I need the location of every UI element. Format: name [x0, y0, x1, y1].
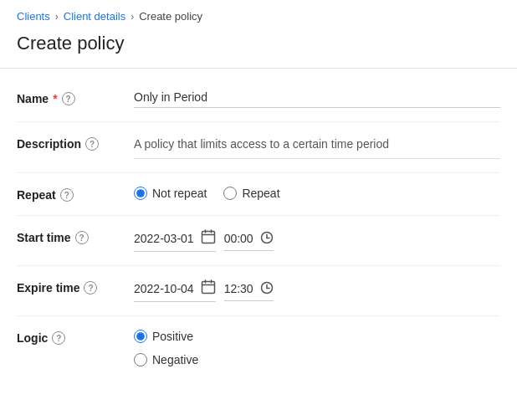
- description-field: A policy that limits access to a certain…: [134, 136, 500, 159]
- expire-calendar-icon[interactable]: [201, 279, 216, 298]
- svg-rect-0: [202, 232, 214, 243]
- name-help-icon[interactable]: ?: [62, 92, 75, 105]
- start-time-field: 2022-03-01 00:00: [134, 229, 500, 252]
- start-calendar-icon[interactable]: [201, 229, 216, 248]
- repeat-option-not-repeat[interactable]: Not repeat: [134, 187, 207, 200]
- name-row: Name * ? Only in Period: [17, 77, 500, 122]
- start-time-value: 00:00: [224, 232, 253, 245]
- repeat-field: Not repeat Repeat: [134, 187, 500, 200]
- description-label: Description ?: [17, 136, 134, 151]
- description-help-icon[interactable]: ?: [85, 137, 99, 151]
- breadcrumb-clients[interactable]: Clients: [17, 10, 50, 23]
- expire-clock-icon[interactable]: [260, 281, 274, 297]
- name-required-star: *: [53, 92, 57, 105]
- repeat-radio-group: Not repeat Repeat: [134, 187, 500, 200]
- expire-time-value: 12:30: [224, 282, 253, 295]
- logic-label-negative: Negative: [152, 353, 198, 366]
- expire-date-input-wrapper: 2022-10-04: [134, 279, 216, 302]
- logic-option-positive[interactable]: Positive: [134, 330, 500, 343]
- logic-label: Logic ?: [17, 330, 134, 345]
- name-input-wrapper: Only in Period: [134, 90, 500, 108]
- start-clock-icon[interactable]: [260, 231, 274, 247]
- start-time-help-icon[interactable]: ?: [75, 231, 89, 244]
- logic-option-negative[interactable]: Negative: [134, 353, 500, 366]
- page-header: Create policy: [0, 29, 517, 69]
- page-title: Create policy: [17, 33, 500, 54]
- description-label-text: Description: [17, 137, 81, 151]
- expire-time-label: Expire time ?: [17, 279, 134, 295]
- expire-date-value: 2022-10-04: [134, 282, 194, 295]
- repeat-label-repeat: Repeat: [242, 187, 279, 200]
- expire-time-field: 2022-10-04 12:30: [134, 279, 500, 302]
- repeat-radio-repeat[interactable]: [223, 187, 237, 200]
- start-time-label-text: Start time: [17, 231, 71, 244]
- name-field: Only in Period: [134, 90, 500, 108]
- breadcrumb-current: Create policy: [139, 10, 202, 23]
- start-datetime-group: 2022-03-01 00:00: [134, 229, 500, 252]
- repeat-help-icon[interactable]: ?: [60, 188, 74, 202]
- logic-radio-group: Positive Negative: [134, 330, 500, 366]
- logic-label-text: Logic: [17, 331, 48, 345]
- breadcrumb: Clients › Client details › Create policy: [0, 0, 517, 29]
- repeat-label-not-repeat: Not repeat: [152, 187, 207, 200]
- name-value: Only in Period: [134, 90, 207, 104]
- form-container: Name * ? Only in Period Description ? A …: [0, 69, 517, 388]
- start-time-input-wrapper: 00:00: [224, 231, 274, 251]
- start-time-row: Start time ? 2022-03-01: [17, 216, 500, 266]
- svg-rect-7: [202, 282, 214, 294]
- logic-field: Positive Negative: [134, 330, 500, 366]
- repeat-label-text: Repeat: [17, 188, 56, 202]
- description-value: A policy that limits access to a certain…: [134, 136, 500, 159]
- breadcrumb-sep-2: ›: [131, 11, 134, 23]
- repeat-row: Repeat ? Not repeat Repeat: [17, 173, 500, 216]
- name-label: Name * ?: [17, 90, 134, 105]
- breadcrumb-client-details[interactable]: Client details: [64, 10, 125, 23]
- expire-time-row: Expire time ? 2022-10-04: [17, 266, 500, 316]
- repeat-radio-not-repeat[interactable]: [134, 187, 147, 200]
- expire-time-label-text: Expire time: [17, 281, 79, 295]
- logic-help-icon[interactable]: ?: [52, 331, 65, 345]
- expire-time-help-icon[interactable]: ?: [84, 281, 97, 295]
- logic-radio-negative[interactable]: [134, 353, 147, 366]
- breadcrumb-sep-1: ›: [55, 11, 59, 23]
- description-row: Description ? A policy that limits acces…: [17, 122, 500, 173]
- start-date-input-wrapper: 2022-03-01: [134, 229, 216, 252]
- start-date-value: 2022-03-01: [134, 232, 194, 245]
- repeat-option-repeat[interactable]: Repeat: [223, 187, 279, 200]
- name-label-text: Name: [17, 92, 49, 105]
- expire-datetime-group: 2022-10-04 12:30: [134, 279, 500, 302]
- logic-label-positive: Positive: [152, 330, 193, 343]
- logic-row: Logic ? Positive Negative: [17, 316, 500, 380]
- expire-time-input-wrapper: 12:30: [224, 281, 274, 301]
- repeat-label: Repeat ?: [17, 187, 134, 202]
- logic-radio-positive[interactable]: [134, 330, 147, 343]
- start-time-label: Start time ?: [17, 229, 134, 244]
